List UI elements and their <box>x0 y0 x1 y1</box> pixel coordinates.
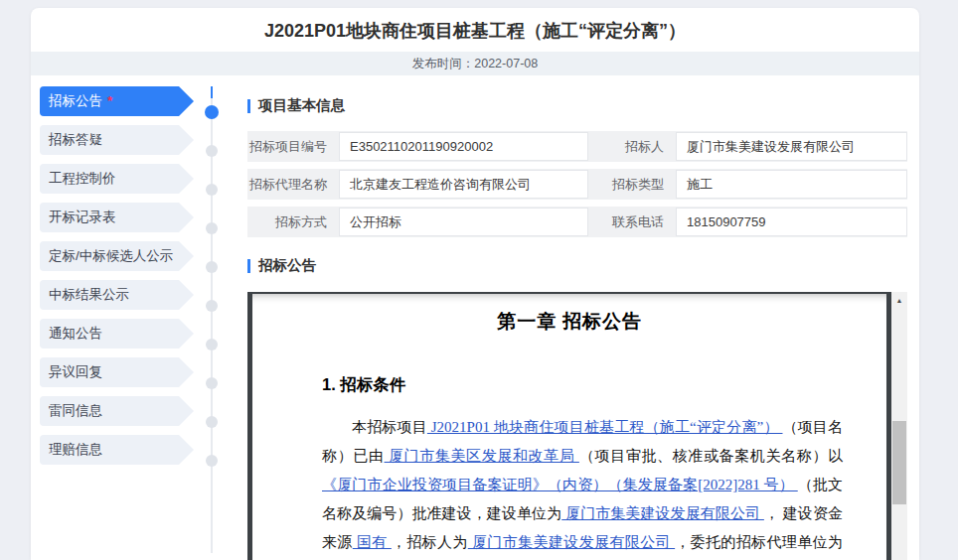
sidebar: 招标公告*招标答疑工程控制价开标记录表定标/中标候选人公示中标结果公示通知公告异… <box>40 86 194 560</box>
document-viewer: 第一章 招标公告 1. 招标条件 本招标项目 J2021P01 地块商住项目桩基… <box>247 292 907 560</box>
announcement-section-header: 招标公告 <box>247 256 907 275</box>
timeline-dot <box>206 261 218 273</box>
sidebar-item-9[interactable]: 雷同信息 <box>40 396 194 426</box>
doc-link[interactable]: 厦门市集美建设发展有限公司 <box>468 534 675 550</box>
field-value: 施工 <box>676 170 907 199</box>
doc-link[interactable]: 厦门市集美建设发展有限公司 <box>561 505 764 521</box>
sidebar-item-8[interactable]: 异议回复 <box>40 357 194 387</box>
project-info-section-header: 项目基本信息 <box>247 96 907 115</box>
timeline-dot <box>206 145 218 157</box>
sidebar-item-10[interactable]: 理赔信息 <box>40 435 194 465</box>
section-accent-bar <box>247 99 250 113</box>
field-label: 招标类型 <box>588 169 676 200</box>
sidebar-item-1[interactable]: 招标公告* <box>40 86 194 116</box>
doc-link[interactable]: 厦门市集美区发展和改革局 <box>385 448 579 464</box>
body: 招标公告*招标答疑工程控制价开标记录表定标/中标候选人公示中标结果公示通知公告异… <box>31 75 919 560</box>
scrollbar-thumb[interactable] <box>892 421 906 504</box>
doc-text: ，委托的招标代理单位为 <box>675 534 843 550</box>
doc-link[interactable]: 《厦门市企业投资项目备案证明》（内资）（集发展备案[2022]281 号） <box>322 477 798 492</box>
section-title: 招标公告 <box>258 256 316 275</box>
doc-link[interactable]: 国有 <box>353 534 392 550</box>
publish-date-bar: 发布时间：2022-07-08 <box>31 52 919 75</box>
page-title: J2021P01地块商住项目桩基工程（施工“评定分离”） <box>31 8 919 52</box>
sidebar-item-label: 招标答疑 <box>49 132 102 147</box>
sidebar-item-label: 通知公告 <box>49 326 102 341</box>
field-label: 招标代理名称 <box>247 169 339 200</box>
sidebar-item-4[interactable]: 开标记录表 <box>40 203 194 232</box>
doc-paragraph: 本招标项目 J2021P01 地块商住项目桩基工程（施工“评定分离”） （项目名… <box>322 413 843 560</box>
timeline-dot <box>205 105 219 119</box>
table-row: 招标方式公开招标联系电话18150907759 <box>247 207 907 237</box>
content-card: J2021P01地块商住项目桩基工程（施工“评定分离”） 发布时间：2022-0… <box>31 8 919 560</box>
scrollbar-up-arrow-icon[interactable]: ▲ <box>891 292 907 308</box>
sidebar-item-label: 招标公告 <box>49 93 102 108</box>
sidebar-item-label: 工程控制价 <box>49 171 116 186</box>
doc-text: （项目审批、核准或备案机关名称）以 <box>579 448 843 464</box>
section-title: 项目基本信息 <box>258 96 345 115</box>
doc-chapter-title: 第一章 招标公告 <box>252 309 886 335</box>
table-row: 招标项目编号E3502110201190920002招标人厦门市集美建设发展有限… <box>247 131 907 162</box>
project-info-table: 招标项目编号E3502110201190920002招标人厦门市集美建设发展有限… <box>247 131 907 237</box>
timeline <box>194 86 232 560</box>
field-label: 招标人 <box>588 131 676 162</box>
sidebar-item-5[interactable]: 定标/中标候选人公示 <box>40 241 194 271</box>
main-panel: 项目基本信息 招标项目编号E3502110201190920002招标人厦门市集… <box>232 86 919 560</box>
sidebar-item-7[interactable]: 通知公告 <box>40 319 194 349</box>
doc-link[interactable]: J2021P01 地块商住项目桩基工程（施工“评定分离”） <box>427 419 783 435</box>
timeline-dot <box>206 339 218 350</box>
timeline-dot <box>206 300 218 312</box>
sidebar-item-label: 雷同信息 <box>49 403 102 418</box>
field-label: 联系电话 <box>588 207 676 237</box>
document-frame: 第一章 招标公告 1. 招标条件 本招标项目 J2021P01 地块商住项目桩基… <box>247 292 891 560</box>
doc-clause-title: 1. 招标条件 <box>322 374 886 396</box>
doc-text: ，招标人为 <box>392 534 468 550</box>
field-label: 招标方式 <box>247 207 339 237</box>
sidebar-item-label: 中标结果公示 <box>49 287 129 302</box>
sidebar-item-label: 理赔信息 <box>49 442 102 457</box>
field-value: 北京建友工程造价咨询有限公司 <box>339 170 588 199</box>
field-value: 18150907759 <box>676 208 907 236</box>
field-label: 招标项目编号 <box>247 131 339 162</box>
required-asterisk: * <box>107 93 112 108</box>
timeline-dot <box>206 455 218 467</box>
sidebar-item-label: 开标记录表 <box>49 210 116 224</box>
timeline-dot <box>206 222 218 234</box>
sidebar-item-label: 定标/中标候选人公示 <box>49 248 173 263</box>
table-row: 招标代理名称北京建友工程造价咨询有限公司招标类型施工 <box>247 169 907 200</box>
field-value: 公开招标 <box>339 208 588 236</box>
field-value: E3502110201190920002 <box>339 132 588 161</box>
timeline-line-active-segment <box>211 86 213 98</box>
sidebar-item-6[interactable]: 中标结果公示 <box>40 280 194 310</box>
document-scrollbar[interactable]: ▲ <box>891 292 907 560</box>
timeline-dot <box>206 184 218 196</box>
field-value: 厦门市集美建设发展有限公司 <box>676 132 907 161</box>
timeline-dot <box>206 377 218 389</box>
sidebar-item-3[interactable]: 工程控制价 <box>40 164 194 194</box>
document-page: 第一章 招标公告 1. 招标条件 本招标项目 J2021P01 地块商住项目桩基… <box>252 294 886 560</box>
sidebar-item-2[interactable]: 招标答疑 <box>40 125 194 155</box>
doc-text: 本招标项目 <box>352 419 427 435</box>
section-accent-bar <box>247 259 250 273</box>
sidebar-item-label: 异议回复 <box>49 364 102 379</box>
timeline-dot <box>206 416 218 428</box>
